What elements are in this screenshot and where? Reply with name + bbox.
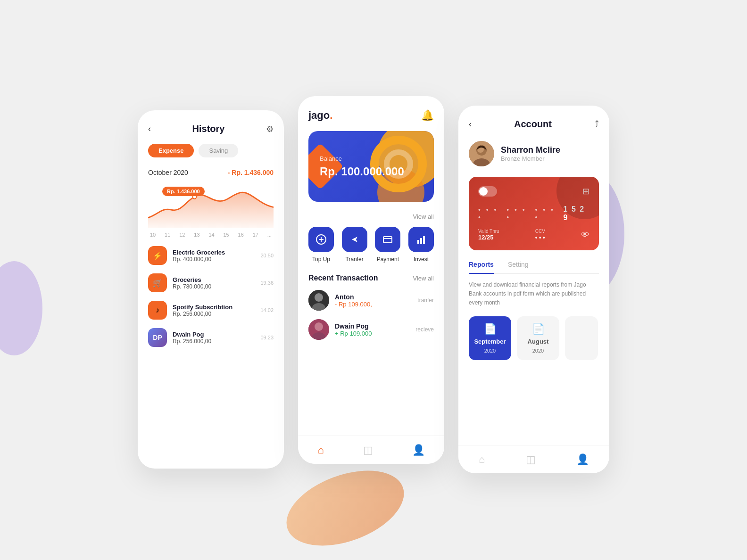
svg-rect-8 xyxy=(417,240,419,244)
card-eye-icon[interactable]: 👁 xyxy=(581,230,589,240)
tx-info-spotify: Spotify Subscribtion Rp. 256.000,00 xyxy=(173,304,255,317)
report-year-aug: 2020 xyxy=(532,348,544,354)
account-tabs: Reports Setting xyxy=(469,261,599,274)
tx-amount: Rp. 256.000,00 xyxy=(173,311,255,317)
decorative-blob-left xyxy=(0,261,42,355)
topup-label: Top Up xyxy=(312,256,330,263)
expense-tab[interactable]: Expense xyxy=(148,144,194,157)
account-back-button[interactable]: ‹ xyxy=(469,119,472,129)
credit-card: ⊞ • • • • • • • • • • • • 1 5 2 9 Valid … xyxy=(469,177,599,250)
recent-transaction-anton[interactable]: Anton - Rp 109.000, tranfer xyxy=(308,290,434,311)
card-bottom-row: Valid Thru 12/25 CCV • • • 👁 xyxy=(478,229,589,241)
report-icon-sep: 📄 xyxy=(484,323,497,335)
tx2-type: recieve xyxy=(415,326,434,333)
svg-rect-10 xyxy=(423,236,425,244)
jago-header: jago. 🔔 xyxy=(308,109,434,122)
topup-button[interactable] xyxy=(308,227,334,252)
action-invest[interactable]: Invest xyxy=(408,227,434,263)
avatar-anton xyxy=(308,290,329,311)
account-user-info: Sharron Mclire Bronze Member xyxy=(501,145,560,162)
transaction-item[interactable]: ⚡ Electric Groceries Rp. 400.000,00 20.5… xyxy=(148,246,274,265)
card-valid-thru: Valid Thru 12/25 xyxy=(478,229,499,241)
card-ccv: CCV • • • xyxy=(535,229,545,241)
card-toggle[interactable] xyxy=(478,186,497,197)
svg-rect-6 xyxy=(383,237,392,243)
action-transfer[interactable]: Tranfer xyxy=(342,227,367,263)
view-all-link-2[interactable]: View all xyxy=(413,275,434,282)
avatar-dwain2 xyxy=(308,319,329,340)
chart-labels: 10 11 12 13 14 15 16 17 ... xyxy=(148,232,274,238)
phone-account: ‹ Account ⤴ Sharron Mclire Bronze Member… xyxy=(458,106,609,473)
invest-button[interactable] xyxy=(408,227,434,252)
nav-wallet-icon[interactable]: ◫ xyxy=(363,444,373,456)
tx-amount: Rp. 256.000,00 xyxy=(173,338,255,345)
jago-logo: jago. xyxy=(308,109,332,122)
card-dots-2: • • • • xyxy=(506,206,531,221)
valid-thru-label: Valid Thru xyxy=(478,229,499,234)
payment-button[interactable] xyxy=(375,227,400,252)
tx-icon-dwain: DP xyxy=(148,328,167,347)
reports-tab[interactable]: Reports xyxy=(469,261,494,274)
tx2-type: tranfer xyxy=(417,297,434,304)
tx-time: 19.36 xyxy=(260,280,274,286)
actions-row: Top Up Tranfer Payment Invest xyxy=(308,227,434,263)
month-label: October 2020 xyxy=(148,169,188,176)
nav-profile-icon[interactable]: 👤 xyxy=(412,444,425,456)
bell-icon[interactable]: 🔔 xyxy=(421,109,434,122)
tx-info-dwain: Dwain Pog Rp. 256.000,00 xyxy=(173,331,255,345)
logout-icon[interactable]: ⤴ xyxy=(594,119,599,130)
recent-title: Recent Transaction xyxy=(308,274,378,282)
action-topup[interactable]: Top Up xyxy=(308,227,334,263)
ccv-label: CCV xyxy=(535,229,545,234)
back-button[interactable]: ‹ xyxy=(148,124,151,134)
tx-name: Dwain Pog xyxy=(173,331,255,338)
tx-time: 20.50 xyxy=(260,253,274,258)
phone-jago: jago. 🔔 Balance Rp. 100.000.000 View all… xyxy=(298,96,444,464)
recent-transaction-dwain[interactable]: Dwain Pog + Rp 109.000 recieve xyxy=(308,319,434,340)
acc-nav-wallet-icon[interactable]: ◫ xyxy=(526,453,536,466)
report-card-empty xyxy=(565,316,598,360)
report-card-september[interactable]: 📄 September 2020 xyxy=(469,316,511,360)
bottom-navigation: ⌂ ◫ 👤 xyxy=(298,436,444,464)
transfer-button[interactable] xyxy=(342,227,367,252)
tx2-info-dwain: Dwain Pog + Rp 109.000 xyxy=(335,322,410,337)
acc-nav-home-icon[interactable]: ⌂ xyxy=(479,453,485,466)
report-card-august[interactable]: 📄 August 2020 xyxy=(517,316,559,360)
report-year-sep: 2020 xyxy=(484,348,496,354)
tx-name: Groceries xyxy=(173,276,255,283)
balance-amount: Rp. 100.000.000 xyxy=(320,165,423,178)
account-profile: Sharron Mclire Bronze Member xyxy=(469,141,599,166)
card-qr-icon[interactable]: ⊞ xyxy=(582,186,589,197)
tx-time: 14.02 xyxy=(260,307,274,313)
valid-thru-value: 12/25 xyxy=(478,234,499,241)
account-bottom-navigation: ⌂ ◫ 👤 xyxy=(458,445,609,473)
transaction-item[interactable]: ♪ Spotify Subscribtion Rp. 256.000,00 14… xyxy=(148,301,274,320)
report-icon-aug: 📄 xyxy=(532,323,545,335)
tx2-amount: - Rp 109.000, xyxy=(335,301,412,308)
history-tabs: Expense Saving xyxy=(148,144,274,157)
report-month-sep: September xyxy=(474,338,506,345)
report-cards: 📄 September 2020 📄 August 2020 xyxy=(469,316,599,360)
transaction-item[interactable]: 🛒 Groceries Rp. 780.000,00 19.36 xyxy=(148,273,274,292)
svg-marker-5 xyxy=(352,237,357,242)
nav-home-icon[interactable]: ⌂ xyxy=(317,444,324,456)
reports-description: View and download financial reports from… xyxy=(469,280,599,308)
tx-time: 09.23 xyxy=(260,335,274,340)
filter-icon[interactable]: ⚙ xyxy=(266,124,274,134)
account-membership: Bronze Member xyxy=(501,155,560,162)
action-payment[interactable]: Payment xyxy=(375,227,400,263)
transaction-item[interactable]: DP Dwain Pog Rp. 256.000,00 09.23 xyxy=(148,328,274,347)
transfer-label: Tranfer xyxy=(346,256,364,263)
saving-tab[interactable]: Saving xyxy=(199,144,238,157)
svg-rect-9 xyxy=(420,238,422,244)
view-all-link-1[interactable]: View all xyxy=(413,213,434,220)
tx2-name: Dwain Pog xyxy=(335,322,410,330)
acc-nav-profile-icon[interactable]: 👤 xyxy=(576,453,589,466)
account-name: Sharron Mclire xyxy=(501,145,560,155)
invest-label: Invest xyxy=(414,256,429,263)
setting-tab[interactable]: Setting xyxy=(508,261,529,268)
tx-icon-electric: ⚡ xyxy=(148,246,167,265)
phone-history: ‹ History ⚙ Expense Saving October 2020 … xyxy=(138,110,284,469)
account-header: ‹ Account ⤴ xyxy=(469,119,599,130)
balance-label: Balance xyxy=(320,155,423,162)
